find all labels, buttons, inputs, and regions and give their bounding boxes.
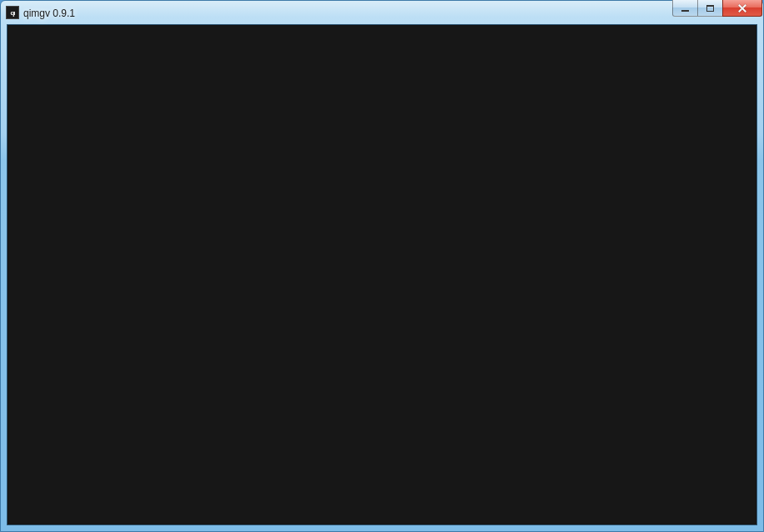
maximize-icon [706, 5, 714, 12]
window-title: qimgv 0.9.1 [23, 7, 761, 19]
application-window: qı qimgv 0.9.1 [0, 0, 764, 532]
minimize-icon [681, 9, 689, 12]
image-viewport[interactable] [7, 24, 757, 525]
close-button[interactable] [722, 0, 762, 17]
window-controls [672, 0, 762, 17]
close-icon [737, 4, 747, 13]
titlebar[interactable]: qı qimgv 0.9.1 [1, 1, 763, 24]
maximize-button[interactable] [697, 0, 722, 17]
minimize-button[interactable] [672, 0, 697, 17]
app-icon-glyph: qı [10, 9, 14, 17]
app-icon: qı [6, 6, 19, 19]
